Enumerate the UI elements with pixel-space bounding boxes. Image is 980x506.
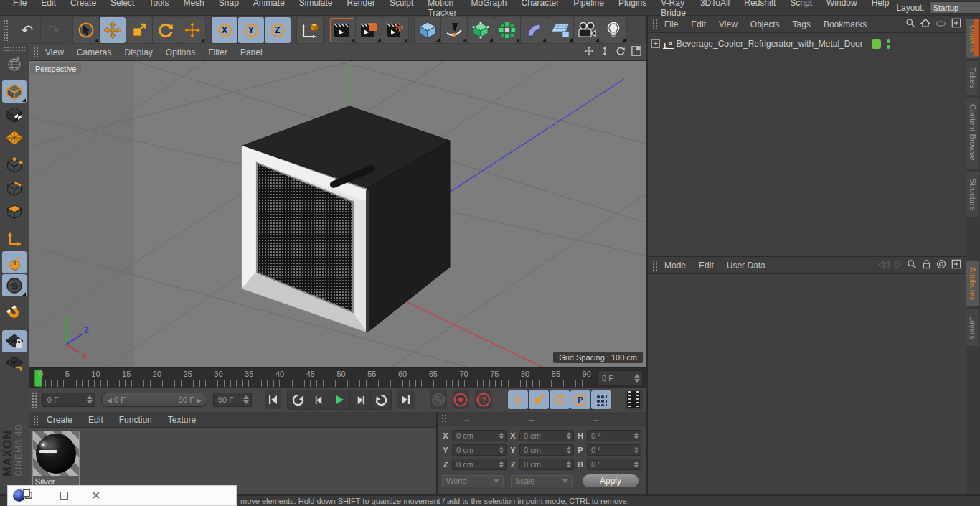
menu-item[interactable]: Mesh (176, 0, 211, 18)
enable-axis-button[interactable] (2, 228, 27, 250)
spinner-arrows[interactable] (566, 446, 571, 454)
preview-range-slider[interactable]: ◀ 0 F 90 F ▶ (101, 393, 207, 407)
object-manager-menu-item[interactable]: Bookmarks (817, 19, 873, 29)
history-back-icon[interactable] (878, 259, 890, 272)
key-parameter-button[interactable]: P (570, 390, 590, 409)
key-pla-button[interactable] (591, 390, 611, 409)
snap-settings-button[interactable]: S (2, 274, 27, 296)
panel-tab[interactable]: Takes (966, 61, 979, 95)
material-menu-item[interactable]: Function (111, 415, 160, 425)
floating-window-titlebar[interactable]: ✕ (7, 485, 237, 506)
viewport-canvas[interactable] (29, 61, 646, 367)
material-grip[interactable] (33, 415, 39, 425)
goto-start-button[interactable] (265, 390, 282, 409)
add-cube-button[interactable] (415, 17, 440, 43)
object-manager-menu-item[interactable]: File (658, 19, 684, 29)
render-visibility-dot[interactable] (887, 45, 890, 49)
viewport-menu-item[interactable]: Options (159, 47, 202, 57)
spinner-arrows[interactable] (499, 446, 504, 454)
menu-item[interactable]: MoGraph (463, 0, 514, 18)
viewport-menu-item[interactable]: Panel (234, 47, 269, 57)
rotation-field[interactable]: 0 ° (587, 430, 641, 441)
menu-item[interactable]: Help (864, 0, 897, 18)
menu-item[interactable]: Animate (246, 0, 292, 18)
spinner-arrows[interactable] (633, 446, 639, 454)
viewport-menu-item[interactable]: View (39, 47, 70, 57)
menu-item[interactable]: Tools (141, 0, 176, 18)
rotation-field[interactable]: 0 ° (587, 459, 641, 470)
material-menu-item[interactable]: Edit (80, 415, 111, 425)
key-rotation-button[interactable] (550, 390, 570, 409)
search-icon[interactable] (907, 259, 917, 272)
play-backwards-button[interactable] (288, 390, 308, 409)
null-object-icon[interactable]: Lo (663, 39, 674, 49)
scale-tool[interactable] (126, 17, 152, 43)
spinner-arrows[interactable] (633, 461, 639, 468)
menu-item[interactable]: Create (63, 0, 103, 18)
palette-handle[interactable] (974, 19, 979, 56)
add-spline-button[interactable] (441, 17, 467, 43)
tweak-mode-button[interactable] (2, 251, 27, 273)
spinner-arrows[interactable] (86, 395, 93, 404)
render-picture-viewer-button[interactable] (356, 17, 382, 43)
spinner-arrows[interactable] (566, 461, 571, 468)
render-settings-button[interactable] (382, 17, 408, 43)
add-light-button[interactable] (600, 17, 626, 43)
panel-tab[interactable]: Content Browser (966, 98, 979, 169)
scale-field[interactable]: 0 cm (519, 430, 574, 441)
menu-item[interactable]: Edit (34, 0, 63, 18)
menu-item[interactable]: Script (783, 0, 819, 18)
redo-button[interactable]: ↷ (41, 17, 67, 43)
lock-icon[interactable] (922, 259, 931, 272)
history-forward-icon[interactable] (895, 259, 902, 272)
menu-item[interactable]: Plugins (611, 0, 654, 18)
add-cloner-button[interactable] (494, 17, 520, 43)
menu-item[interactable]: Sculpt (382, 0, 420, 18)
spinner-arrows[interactable] (499, 461, 504, 468)
panel-tab[interactable]: Layers (966, 309, 979, 346)
axis-lock-button[interactable]: X (212, 17, 237, 43)
add-floor-button[interactable] (547, 17, 573, 43)
menu-item[interactable]: Redshift (737, 0, 783, 18)
current-frame-field[interactable]: 0 F (597, 370, 643, 386)
live-selection-tool[interactable] (73, 17, 99, 43)
object-manager-menu-item[interactable]: Tags (786, 19, 817, 29)
add-deformer-button[interactable] (521, 17, 547, 43)
restore-window-icon[interactable] (23, 489, 30, 497)
search-icon[interactable] (905, 18, 915, 31)
render-view-button[interactable] (329, 17, 355, 43)
spinner-arrows[interactable] (499, 432, 504, 439)
editor-visibility-dot[interactable] (887, 39, 890, 43)
position-field[interactable]: 0 cm (452, 459, 507, 470)
menu-item[interactable]: Character (514, 0, 567, 18)
scale-field[interactable]: 0 cm (519, 444, 574, 456)
timeline-window-button[interactable] (625, 390, 643, 410)
goto-end-button[interactable] (397, 390, 415, 409)
last-used-tool[interactable] (179, 17, 205, 43)
toggle-view-icon[interactable] (631, 46, 641, 59)
home-icon[interactable] (920, 18, 930, 31)
attribute-manager-grip[interactable] (652, 260, 658, 271)
rotate-view-icon[interactable] (616, 46, 626, 59)
material-item[interactable]: Silver (32, 431, 80, 488)
transform-mode-dropdown[interactable]: Scale (511, 475, 573, 487)
viewport-menu-item[interactable]: Filter (202, 47, 234, 57)
display-color-tag[interactable] (872, 39, 881, 49)
eye-icon[interactable] (936, 18, 946, 31)
position-field[interactable]: 0 cm (452, 444, 507, 456)
object-manager-menu-item[interactable]: View (712, 19, 744, 29)
object-manager-menu-item[interactable]: Objects (744, 19, 786, 29)
play-button[interactable] (329, 390, 349, 409)
camera-label[interactable]: Perspective (30, 63, 81, 75)
menu-item[interactable]: File (6, 0, 34, 18)
viewport-menu-item[interactable]: Cameras (70, 47, 118, 57)
snap-magnet-button[interactable] (2, 302, 27, 324)
scale-field[interactable]: 0 cm (519, 459, 574, 470)
viewport-menu-item[interactable]: Display (118, 47, 159, 57)
make-editable-button[interactable] (2, 52, 27, 75)
key-scale-button[interactable] (529, 390, 549, 409)
workplane-mode-button[interactable] (2, 126, 27, 149)
object-name[interactable]: Beverage_Cooler_Refrigerator_with_Metal_… (677, 39, 863, 49)
menu-item[interactable]: V-Ray Bridge (654, 0, 693, 18)
previous-frame-button[interactable] (308, 390, 329, 409)
